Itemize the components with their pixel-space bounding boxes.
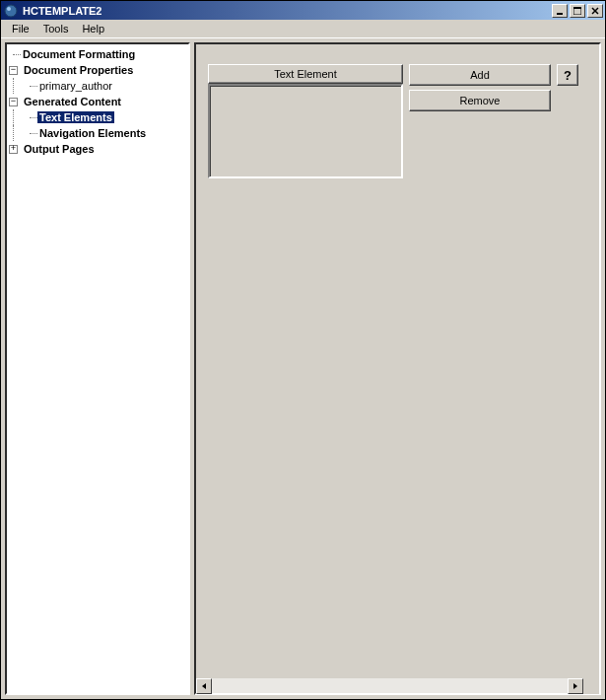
menu-file[interactable]: File: [5, 21, 36, 36]
tree-label: Output Pages: [22, 143, 97, 155]
maximize-button[interactable]: [570, 4, 585, 18]
minimize-button[interactable]: [552, 4, 568, 18]
svg-rect-4: [573, 7, 581, 9]
tree-item-doc-properties[interactable]: − Document Properties: [7, 62, 188, 78]
horizontal-scrollbar[interactable]: [196, 677, 599, 693]
window-title: HCTEMPLATE2: [23, 5, 550, 17]
text-element-listbox[interactable]: [208, 84, 403, 178]
expand-icon[interactable]: +: [9, 145, 18, 154]
main-inner: Text Element Add Remove ?: [196, 44, 599, 677]
content-row: Text Element Add Remove ?: [208, 64, 587, 178]
close-button[interactable]: [587, 4, 603, 18]
tree-item-doc-formatting[interactable]: Document Formatting: [7, 46, 188, 62]
scroll-left-button[interactable]: [196, 678, 212, 694]
tree-item-nav-elements[interactable]: Navigation Elements: [7, 125, 188, 141]
scroll-track[interactable]: [212, 678, 568, 693]
tree-line: [13, 54, 21, 55]
scroll-right-button[interactable]: [568, 678, 583, 694]
app-icon: [3, 3, 19, 19]
tree-label: Document Formatting: [21, 48, 137, 60]
svg-point-1: [7, 7, 11, 11]
tree-line: [30, 133, 37, 134]
collapse-icon[interactable]: −: [9, 66, 18, 75]
collapse-icon[interactable]: −: [9, 98, 18, 106]
scroll-corner: [583, 678, 599, 694]
svg-rect-2: [557, 13, 563, 15]
main-panel: Text Element Add Remove ?: [194, 42, 601, 695]
list-group: Text Element: [208, 64, 403, 178]
tree-panel[interactable]: Document Formatting − Document Propertie…: [5, 42, 190, 695]
tree-item-primary-author[interactable]: primary_author: [7, 78, 188, 94]
menu-help[interactable]: Help: [75, 21, 111, 36]
tree-item-text-elements[interactable]: Text Elements: [7, 109, 188, 125]
tree-label: Navigation Elements: [37, 127, 148, 139]
remove-button[interactable]: Remove: [409, 90, 551, 111]
tree-label-selected: Text Elements: [37, 111, 114, 123]
list-column-header[interactable]: Text Element: [208, 64, 403, 84]
svg-marker-8: [573, 683, 577, 689]
tree-line: [30, 86, 37, 87]
help-button[interactable]: ?: [557, 64, 578, 86]
workspace: Document Formatting − Document Propertie…: [1, 38, 605, 699]
menu-tools[interactable]: Tools: [36, 21, 76, 36]
svg-marker-7: [202, 683, 206, 689]
tree-line: [30, 117, 37, 118]
tree: Document Formatting − Document Propertie…: [7, 46, 188, 157]
menubar: File Tools Help: [1, 20, 605, 38]
add-button[interactable]: Add: [409, 64, 551, 86]
tree-item-generated-content[interactable]: − Generated Content: [7, 94, 188, 109]
tree-item-output-pages[interactable]: + Output Pages: [7, 141, 188, 157]
svg-point-0: [5, 5, 17, 17]
tree-label: primary_author: [37, 80, 114, 92]
tree-label: Generated Content: [22, 96, 123, 107]
titlebar: HCTEMPLATE2: [1, 1, 605, 20]
button-column: Add Remove: [409, 64, 551, 111]
tree-label: Document Properties: [22, 64, 135, 76]
